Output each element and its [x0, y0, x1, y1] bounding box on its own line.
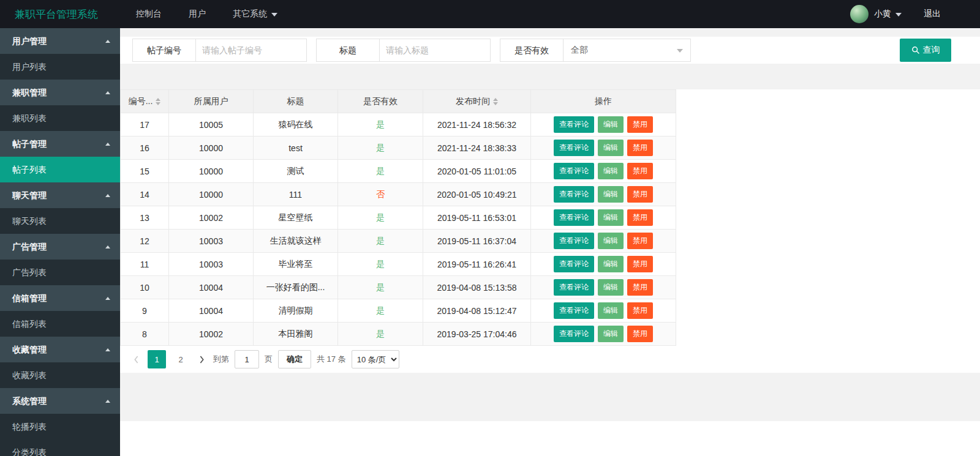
per-page-select[interactable]: 10 条/页 — [352, 350, 399, 368]
cell-time: 2019-04-08 15:12:47 — [423, 299, 531, 323]
sidebar-header-6[interactable]: 聊天管理 — [0, 182, 120, 208]
disable-button[interactable]: 禁用 — [627, 233, 653, 249]
sort-down-icon — [493, 102, 498, 105]
page-jump-input[interactable] — [235, 350, 259, 368]
edit-button[interactable]: 编辑 — [598, 116, 624, 133]
column-header-5: 操作 — [531, 90, 676, 113]
cell-time: 2019-05-11 16:37:04 — [423, 230, 531, 253]
table-row: 1210003生活就该这样是2019-05-11 16:37:04查看评论编辑禁… — [121, 230, 676, 253]
edit-button[interactable]: 编辑 — [598, 186, 624, 203]
cell-valid: 是 — [338, 276, 423, 299]
sidebar-item-1[interactable]: 用户列表 — [0, 54, 120, 80]
edit-button[interactable]: 编辑 — [598, 326, 624, 342]
cell-title: 毕业将至 — [254, 253, 338, 276]
chevron-down-icon — [271, 13, 277, 17]
view-comments-button[interactable]: 查看评论 — [554, 256, 594, 272]
view-comments-button[interactable]: 查看评论 — [554, 233, 594, 249]
nav-item-0[interactable]: 控制台 — [123, 0, 175, 28]
disable-button[interactable]: 禁用 — [627, 140, 653, 156]
view-comments-button[interactable]: 查看评论 — [554, 326, 594, 342]
edit-button[interactable]: 编辑 — [598, 256, 624, 272]
column-label: 所属用户 — [194, 96, 228, 106]
post-id-input[interactable] — [196, 39, 307, 62]
disable-button[interactable]: 禁用 — [627, 256, 653, 272]
cell-id: 10 — [121, 276, 169, 299]
nav-item-1[interactable]: 用户 — [175, 0, 219, 28]
sidebar-header-4[interactable]: 帖子管理 — [0, 131, 120, 157]
cell-valid: 是 — [338, 253, 423, 276]
column-label: 是否有效 — [363, 96, 398, 106]
pagination-next-button[interactable] — [195, 350, 208, 368]
disable-button[interactable]: 禁用 — [627, 279, 653, 296]
brand-title[interactable]: 兼职平台管理系统 — [0, 7, 123, 21]
cell-valid: 是 — [338, 160, 423, 183]
sidebar-header-8[interactable]: 广告管理 — [0, 234, 120, 260]
logout-link[interactable]: 退出 — [924, 9, 941, 20]
user-menu[interactable]: 小黄 — [874, 9, 902, 20]
edit-button[interactable]: 编辑 — [598, 140, 624, 156]
view-comments-button[interactable]: 查看评论 — [554, 140, 594, 156]
cell-valid: 是 — [338, 113, 423, 136]
disable-button[interactable]: 禁用 — [627, 209, 653, 226]
disable-button[interactable]: 禁用 — [627, 186, 653, 203]
sidebar-header-0[interactable]: 用户管理 — [0, 28, 120, 54]
cell-time: 2019-04-08 15:13:58 — [423, 276, 531, 299]
edit-button[interactable]: 编辑 — [598, 302, 624, 319]
search-button[interactable]: 查询 — [900, 39, 951, 62]
search-bar: 帖子编号 标题 是否有效 全部 查询 — [120, 37, 980, 64]
cell-id: 14 — [121, 183, 169, 206]
nav-item-label: 用户 — [189, 9, 206, 20]
view-comments-button[interactable]: 查看评论 — [554, 279, 594, 296]
sidebar-item-9[interactable]: 广告列表 — [0, 260, 120, 285]
view-comments-button[interactable]: 查看评论 — [554, 186, 594, 203]
pagination-prev-button[interactable] — [130, 350, 142, 368]
sidebar-item-13[interactable]: 收藏列表 — [0, 362, 120, 388]
column-header-3: 是否有效 — [338, 90, 423, 113]
sidebar-item-7[interactable]: 聊天列表 — [0, 208, 120, 234]
sort-icon[interactable] — [493, 98, 498, 105]
edit-button[interactable]: 编辑 — [598, 209, 624, 226]
column-header-4[interactable]: 发布时间 — [423, 90, 531, 113]
view-comments-button[interactable]: 查看评论 — [554, 163, 594, 179]
disable-button[interactable]: 禁用 — [627, 302, 653, 319]
sidebar-header-2[interactable]: 兼职管理 — [0, 80, 120, 105]
total-count-label: 共 17 条 — [317, 354, 346, 365]
chevron-up-icon — [105, 143, 110, 146]
sidebar-item-15[interactable]: 轮播列表 — [0, 414, 120, 439]
sidebar-label: 收藏管理 — [12, 345, 47, 354]
cell-title: 本田雅阁 — [254, 323, 338, 346]
view-comments-button[interactable]: 查看评论 — [554, 116, 594, 133]
disable-button[interactable]: 禁用 — [627, 326, 653, 342]
cell-actions: 查看评论编辑禁用 — [531, 206, 676, 230]
valid-flag: 否 — [376, 189, 385, 199]
sidebar-header-12[interactable]: 收藏管理 — [0, 337, 120, 362]
view-comments-button[interactable]: 查看评论 — [554, 209, 594, 226]
disable-button[interactable]: 禁用 — [627, 163, 653, 179]
sort-up-icon — [493, 98, 498, 101]
valid-flag: 是 — [376, 236, 385, 245]
confirm-button[interactable]: 确定 — [278, 350, 311, 368]
title-input[interactable] — [380, 39, 491, 62]
pagination-page-2[interactable]: 2 — [172, 350, 190, 368]
avatar[interactable] — [850, 5, 869, 23]
column-header-0[interactable]: 编号... — [121, 90, 169, 113]
edit-button[interactable]: 编辑 — [598, 279, 624, 296]
edit-button[interactable]: 编辑 — [598, 233, 624, 249]
sidebar-header-10[interactable]: 信箱管理 — [0, 285, 120, 311]
valid-select[interactable]: 全部 — [564, 39, 691, 62]
nav-item-2[interactable]: 其它系统 — [219, 0, 291, 28]
sidebar-item-3[interactable]: 兼职列表 — [0, 105, 120, 131]
sort-icon[interactable] — [156, 98, 160, 105]
sidebar-item-5[interactable]: 帖子列表 — [0, 157, 120, 182]
sidebar-item-11[interactable]: 信箱列表 — [0, 311, 120, 337]
edit-button[interactable]: 编辑 — [598, 163, 624, 179]
sidebar-item-16[interactable]: 分类列表 — [0, 439, 120, 456]
search-icon — [911, 46, 920, 54]
pagination-page-1[interactable]: 1 — [148, 350, 166, 368]
sidebar-header-14[interactable]: 系统管理 — [0, 388, 120, 414]
view-comments-button[interactable]: 查看评论 — [554, 302, 594, 319]
cell-id: 17 — [121, 113, 169, 136]
sidebar-label: 信箱列表 — [12, 319, 47, 329]
disable-button[interactable]: 禁用 — [627, 116, 653, 133]
cell-id: 9 — [121, 299, 169, 323]
